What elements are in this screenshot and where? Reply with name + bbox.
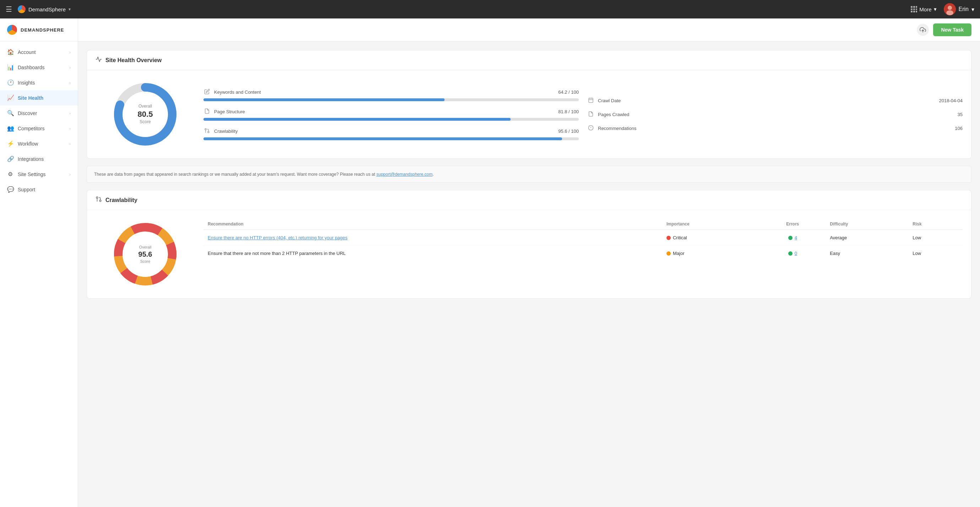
importance-dot-0 [667, 236, 671, 240]
nav-icon-account: 🏠 [7, 49, 13, 56]
sidebar-item-integrations[interactable]: 🔗 Integrations [0, 151, 78, 167]
svg-point-2 [946, 10, 953, 15]
nav-left-workflow: ⚡ Workflow [7, 140, 38, 147]
col-risk: Risk [908, 219, 963, 230]
nav-left-site-health: 📈 Site Health [7, 94, 43, 101]
importance-cell-0: Critical [662, 230, 759, 246]
more-label: More [919, 6, 931, 13]
more-button[interactable]: More ▾ [911, 6, 936, 13]
nav-left-integrations: 🔗 Integrations [7, 156, 44, 162]
keywords-label: Keywords and Content [214, 89, 555, 95]
info-recommendations: Recommendations 106 [587, 125, 963, 132]
hamburger-menu[interactable]: ☰ [6, 5, 12, 13]
svg-point-16 [99, 200, 101, 202]
nav-left-discover: 🔍 Discover [7, 110, 37, 116]
keywords-icon [204, 89, 210, 95]
support-link[interactable]: support@demandsphere.com [376, 172, 433, 177]
sidebar-nav: 🏠 Account › 📊 Dashboards › 🕐 Insights › … [0, 41, 78, 507]
sidebar: DEMANDSPHERE 🏠 Account › 📊 Dashboards › … [0, 19, 78, 507]
user-menu-button[interactable]: Erin ▾ [944, 3, 974, 15]
nav-label-integrations: Integrations [18, 156, 44, 162]
brand-name: DemandSphere [29, 6, 66, 13]
nav-chevron-discover: › [69, 111, 71, 115]
errors-cell-1: 0 [759, 246, 826, 261]
upload-button[interactable] [917, 24, 929, 36]
col-recommendation: Recommendation [204, 219, 662, 230]
nav-chevron-account: › [69, 50, 71, 54]
importance-label-1: Major [673, 251, 684, 256]
brand-logo[interactable]: DemandSphere ▾ [18, 5, 71, 13]
recommendations-table-wrapper: Recommendation Importance Errors Difficu… [204, 219, 963, 290]
sidebar-item-site-health[interactable]: 📈 Site Health [0, 90, 78, 105]
pages-crawled-value: 35 [958, 112, 963, 117]
nav-icon-support: 💬 [7, 186, 13, 193]
metric-page-structure: Page Structure 81.8 / 100 [204, 108, 579, 121]
nav-left-support: 💬 Support [7, 186, 35, 193]
crawlability-donut-wrapper: Overall 95.6 Score [95, 219, 195, 290]
importance-dot-1 [667, 251, 671, 256]
recommendations-icon [587, 125, 594, 132]
new-task-button[interactable]: New Task [933, 24, 972, 36]
page-structure-progress-fill [204, 118, 511, 121]
overall-text: Overall [138, 104, 153, 110]
svg-point-1 [948, 6, 952, 10]
rec-text-0[interactable]: Ensure there are no HTTP errors (404, et… [204, 230, 662, 246]
crawlability-grid: Overall 95.6 Score Re [95, 219, 963, 290]
overall-word: Score [138, 119, 153, 125]
nav-label-site-health: Site Health [18, 95, 43, 101]
keywords-progress-bar [204, 99, 579, 101]
crawl-date-value: 2018-04-04 [939, 98, 963, 103]
sidebar-item-site-settings[interactable]: ⚙ Site Settings › [0, 167, 78, 182]
sidebar-item-dashboards[interactable]: 📊 Dashboards › [0, 60, 78, 75]
page-structure-label: Page Structure [214, 109, 555, 114]
col-difficulty: Difficulty [826, 219, 908, 230]
nav-chevron-site-settings: › [69, 172, 71, 176]
nav-left-competitors: 👥 Competitors [7, 125, 45, 132]
sidebar-item-competitors[interactable]: 👥 Competitors › [0, 121, 78, 136]
nav-left-site-settings: ⚙ Site Settings [7, 171, 46, 178]
main-content: New Task Site Health Overview [78, 19, 980, 507]
crawlability-word-text: Score [138, 259, 152, 264]
risk-cell-1: Low [908, 246, 963, 261]
pages-crawled-icon [587, 111, 594, 118]
difficulty-cell-1: Easy [826, 246, 908, 261]
errors-value-1[interactable]: 0 [795, 251, 797, 256]
nav-left-dashboards: 📊 Dashboards [7, 64, 45, 71]
user-chevron-icon: ▾ [972, 6, 974, 13]
top-nav-right: More ▾ Erin ▾ [911, 3, 974, 15]
rec-link-0[interactable]: Ensure there are no HTTP errors (404, et… [208, 235, 348, 240]
sidebar-item-account[interactable]: 🏠 Account › [0, 45, 78, 60]
notice-text: These are data from pages that appeared … [94, 172, 376, 177]
crawlability-donut: Overall 95.6 Score [110, 219, 181, 290]
errors-badge-0: 4 [764, 235, 821, 240]
difficulty-cell-0: Average [826, 230, 908, 246]
metrics-column: Keywords and Content 64.2 / 100 [204, 89, 579, 140]
nav-label-dashboards: Dashboards [18, 65, 45, 70]
overview-grid: Overall 80.5 Score [95, 79, 963, 150]
crawlability-header-icon [95, 196, 102, 204]
sidebar-item-insights[interactable]: 🕐 Insights › [0, 75, 78, 90]
nav-label-competitors: Competitors [18, 126, 45, 131]
recommendations-value: 106 [955, 126, 963, 131]
svg-point-6 [208, 131, 209, 133]
errors-dot-1 [788, 251, 792, 256]
crawlability-donut-label: Overall 95.6 Score [138, 245, 152, 264]
sidebar-item-discover[interactable]: 🔍 Discover › [0, 105, 78, 121]
nav-icon-discover: 🔍 [7, 110, 13, 116]
nav-icon-workflow: ⚡ [7, 140, 13, 147]
crawlability-progress-fill [204, 137, 562, 140]
importance-cell-1: Major [662, 246, 759, 261]
errors-value-0[interactable]: 4 [795, 235, 797, 240]
info-column: Crawl Date 2018-04-04 Pages Crawled 35 [587, 97, 963, 132]
recommendations-table: Recommendation Importance Errors Difficu… [204, 219, 963, 261]
col-importance: Importance [662, 219, 759, 230]
table-row: Ensure that there are not more than 2 HT… [204, 246, 963, 261]
nav-left-insights: 🕐 Insights [7, 79, 35, 86]
page-structure-score: 81.8 / 100 [558, 109, 579, 114]
top-navigation: ☰ DemandSphere ▾ More ▾ Erin ▾ [0, 0, 980, 19]
sub-header: New Task [78, 19, 980, 41]
sidebar-item-workflow[interactable]: ⚡ Workflow › [0, 136, 78, 151]
sidebar-item-support[interactable]: 💬 Support [0, 182, 78, 197]
info-crawl-date: Crawl Date 2018-04-04 [587, 97, 963, 104]
importance-badge-1: Major [667, 251, 755, 256]
